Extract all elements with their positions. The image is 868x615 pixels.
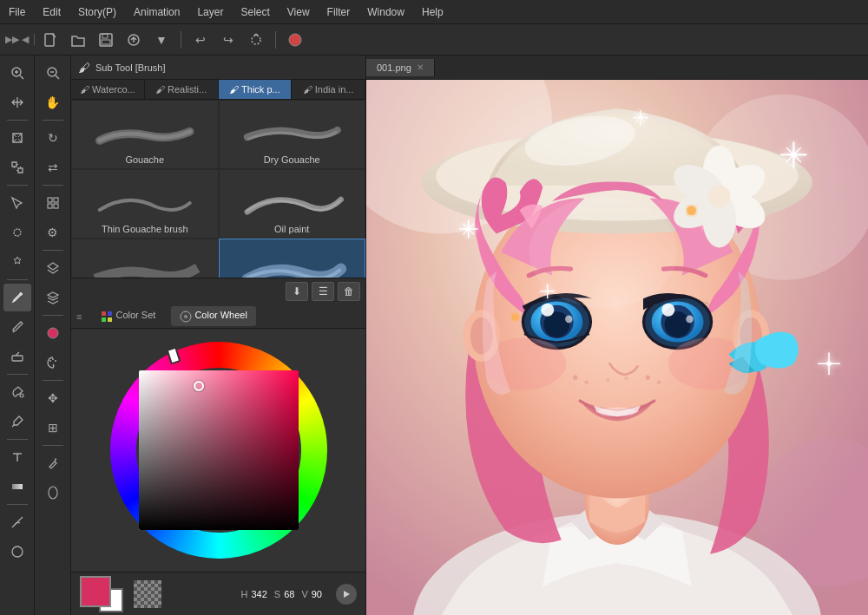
tool-text[interactable] (3, 443, 31, 471)
color-swatches (80, 576, 123, 612)
brush-delete-btn[interactable]: 🗑 (338, 282, 360, 301)
brush-oil-paint[interactable]: Oil paint (219, 169, 366, 239)
svg-point-115 (529, 197, 677, 308)
tool-lasso[interactable] (3, 219, 31, 246)
toolbar-new-btn[interactable] (38, 28, 62, 52)
tool-pan[interactable] (3, 88, 31, 116)
color-wheel-tab[interactable]: Color Wheel (171, 306, 256, 325)
menu-layer[interactable]: Layer (188, 3, 232, 22)
menu-story[interactable]: Story(P) (69, 3, 125, 22)
color-set-tab[interactable]: Color Set (92, 306, 164, 325)
tool-select[interactable] (3, 189, 31, 217)
tool-move[interactable] (3, 124, 31, 152)
toolbar-export-btn[interactable] (122, 28, 146, 52)
sv-square[interactable] (139, 370, 299, 530)
svg-point-90 (791, 152, 796, 157)
tool-eyedropper[interactable] (3, 408, 31, 435)
tool-sec-blend[interactable] (39, 479, 67, 507)
tool-sec-grid[interactable] (39, 189, 67, 217)
tool-eraser[interactable] (3, 343, 31, 370)
tool-sec-move-layer[interactable]: ✥ (39, 384, 67, 412)
color-h-label: H (241, 589, 248, 599)
brush-manage-btn[interactable]: ☰ (312, 282, 334, 301)
svg-point-95 (467, 227, 470, 231)
toolbar-open-btn[interactable] (66, 28, 90, 52)
svg-rect-38 (102, 311, 106, 316)
color-play-btn[interactable] (336, 584, 357, 605)
foreground-color-swatch[interactable] (80, 576, 111, 607)
menu-window[interactable]: Window (358, 3, 413, 22)
brush-thin-gouache[interactable]: Thin Gouache brush (71, 169, 219, 239)
svg-rect-22 (48, 204, 52, 208)
canvas-view[interactable] (366, 80, 868, 615)
color-v-label: V (301, 589, 307, 599)
color-wheel-container[interactable] (71, 329, 365, 572)
wheel-wrapper[interactable] (106, 337, 332, 563)
tool-sec-flip[interactable]: ⇄ (39, 154, 67, 181)
tool-magic-wand[interactable] (3, 248, 31, 276)
toolbar-rotate-btn[interactable] (244, 28, 268, 52)
toolbar-save-btn[interactable] (94, 28, 118, 52)
toolbar-redo-btn[interactable]: ↪ (216, 28, 240, 52)
tool-sec-layer2[interactable] (39, 284, 67, 311)
svg-point-5 (252, 36, 260, 44)
toolbar-undo-btn[interactable]: ↩ (188, 28, 213, 52)
brush-dry-gouache[interactable]: Dry Gouache (219, 100, 366, 169)
illustration (366, 80, 868, 615)
svg-point-114 (625, 376, 628, 380)
brush-oil-flat[interactable]: Oil paint flat brush (71, 239, 219, 278)
tool-sec-zoom[interactable] (39, 59, 67, 87)
tool-zoom[interactable] (3, 59, 31, 87)
menu-view[interactable]: View (279, 3, 319, 22)
tool-sec-rotate[interactable]: ↻ (39, 124, 67, 152)
tool-gradient[interactable] (3, 473, 31, 501)
tool-sec-pan[interactable]: ✋ (39, 88, 67, 116)
tool-sec-layer[interactable] (39, 254, 67, 282)
svg-rect-21 (54, 198, 58, 202)
brush-oil-paint-label: Oil paint (274, 224, 309, 234)
color-footer: H 342 S 68 V 90 (71, 572, 365, 615)
canvas-tab-close[interactable]: ✕ (417, 62, 424, 72)
brush-tab-watercolor[interactable]: 🖌Waterco... (71, 80, 145, 99)
tool-sec-color[interactable] (39, 319, 67, 347)
brush-actions: ⬇ ☰ 🗑 (71, 278, 365, 304)
tool-shape[interactable] (3, 538, 31, 566)
toolbar-color1-btn[interactable] (283, 28, 307, 52)
menu-help[interactable]: Help (413, 3, 452, 22)
thick-icon: 🖌 (229, 84, 239, 95)
brush-panel: 🖌 Sub Tool [Brush] 🖌Waterco... 🖌Realisti… (71, 56, 366, 615)
watercolor-icon: 🖌 (80, 84, 89, 95)
primary-toolbox (0, 56, 35, 615)
brush-stroke-color-change (225, 252, 360, 278)
svg-rect-41 (108, 317, 112, 322)
brush-tab-realistic[interactable]: 🖌Realisti... (145, 80, 219, 99)
transparent-swatch[interactable] (134, 580, 161, 608)
brush-tab-thick[interactable]: 🖌Thick p... (219, 80, 293, 99)
svg-point-112 (657, 380, 661, 383)
svg-rect-13 (12, 356, 23, 361)
tool-sec-smudge[interactable] (39, 449, 67, 477)
svg-point-63 (541, 304, 554, 317)
menu-file[interactable]: File (0, 3, 34, 22)
tool-correct-line[interactable] (3, 508, 31, 536)
toolbar-dropdown-btn[interactable]: ▼ (149, 28, 174, 52)
brush-gouache[interactable]: Gouache (71, 100, 219, 169)
menu-edit[interactable]: Edit (34, 3, 69, 22)
svg-line-8 (20, 75, 23, 79)
tool-transform[interactable] (3, 154, 31, 181)
svg-point-85 (708, 186, 731, 208)
menu-select[interactable]: Select (232, 3, 278, 22)
brush-save-btn[interactable]: ⬇ (286, 282, 308, 301)
tool-pen[interactable] (3, 284, 31, 311)
tool-brush[interactable] (3, 313, 31, 341)
brush-stroke-gouache (77, 114, 213, 153)
menu-animation[interactable]: Animation (125, 3, 188, 22)
tool-sec-settings[interactable]: ⚙ (39, 219, 67, 246)
tool-sec-transform2[interactable]: ⊞ (39, 414, 67, 442)
menu-filter[interactable]: Filter (319, 3, 359, 22)
brush-color-change[interactable]: Color change (219, 239, 366, 278)
tool-fill[interactable] (3, 378, 31, 406)
brush-tab-india[interactable]: 🖌India in... (292, 80, 365, 99)
tool-sec-palette[interactable] (39, 349, 67, 376)
canvas-tab-001[interactable]: 001.png ✕ (366, 59, 435, 76)
